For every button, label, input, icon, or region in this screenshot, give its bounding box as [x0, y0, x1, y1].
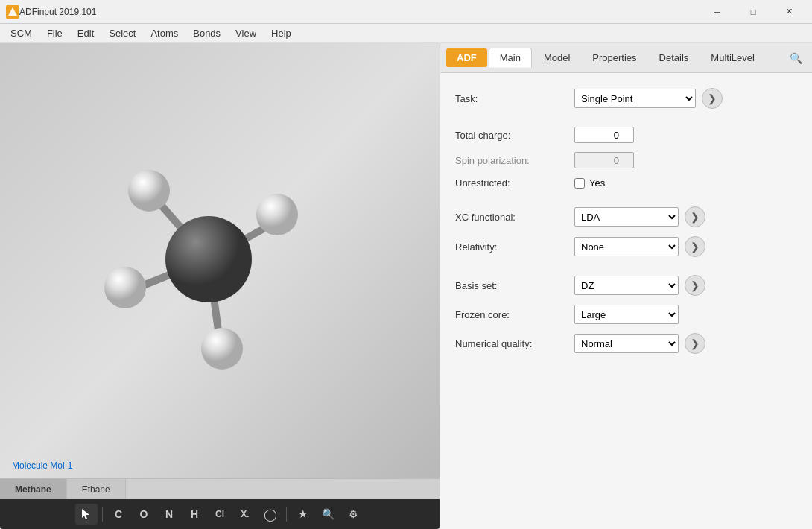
unrestricted-row: Unrestricted: Yes	[455, 177, 797, 189]
basis-set-dropdown-wrap: SZ DZ DZP TZP TZ2P QZ4P	[574, 276, 679, 295]
total-charge-input[interactable]	[574, 127, 634, 143]
basis-set-label: Basis set:	[455, 280, 574, 291]
maximize-button[interactable]: □	[736, 0, 770, 24]
carbon-button[interactable]: C	[107, 504, 130, 525]
toolbar-separator-1	[102, 507, 103, 522]
close-button[interactable]: ✕	[772, 0, 806, 24]
main-container: Molecule Mol-1 Methane Ethane C O N H Cl…	[0, 43, 812, 529]
unrestricted-checkbox-wrap: Yes	[574, 177, 605, 189]
tab-main[interactable]: Main	[489, 48, 532, 68]
unrestricted-label: Unrestricted:	[455, 177, 574, 189]
xc-dropdown-wrap: LDA GGA Hybrid MetaGGA LibXC	[574, 207, 679, 227]
cursor-tool-button[interactable]	[75, 504, 98, 525]
menu-scm[interactable]: SCM	[3, 25, 39, 41]
svg-point-8	[104, 267, 146, 308]
svg-point-7	[256, 194, 298, 235]
tab-methane[interactable]: Methane	[0, 479, 67, 499]
basis-set-select[interactable]: SZ DZ DZP TZP TZ2P QZ4P	[574, 276, 679, 295]
numerical-quality-row: Numerical quality: Basic Normal Good Ver…	[455, 333, 797, 354]
xc-functional-select[interactable]: LDA GGA Hybrid MetaGGA LibXC	[574, 207, 679, 227]
svg-point-6	[128, 170, 170, 212]
task-label: Task:	[455, 93, 574, 104]
settings-tool-button[interactable]: ⚙	[342, 504, 364, 525]
app-logo	[6, 5, 19, 19]
unrestricted-checkbox[interactable]	[574, 178, 585, 189]
ring-button[interactable]: ◯	[259, 504, 282, 525]
hydrogen-button[interactable]: H	[183, 504, 206, 525]
minimize-button[interactable]: ─	[700, 0, 735, 24]
task-row: Task: Single Point Geometry Optimization…	[455, 88, 797, 109]
menu-help[interactable]: Help	[264, 25, 299, 41]
nav-tabs: ADF Main Model Properties Details MultiL…	[440, 43, 812, 73]
svg-marker-0	[8, 7, 17, 16]
frozen-core-label: Frozen core:	[455, 309, 574, 320]
frozen-core-row: Frozen core: None Small Large	[455, 305, 797, 324]
basis-set-row: Basis set: SZ DZ DZP TZP TZ2P QZ4P ❯	[455, 275, 797, 296]
unrestricted-yes-label: Yes	[589, 177, 605, 189]
nitrogen-button[interactable]: N	[158, 504, 180, 525]
window-controls: ─ □ ✕	[700, 0, 806, 24]
total-charge-row: Total charge:	[455, 127, 797, 143]
relativity-row: Relativity: None Scalar Spin-orbit ❯	[455, 236, 797, 257]
xc-functional-row: XC functional: LDA GGA Hybrid MetaGGA Li…	[455, 206, 797, 227]
spin-polarization-label: Spin polarization:	[455, 155, 574, 166]
relativity-arrow-button[interactable]: ❯	[685, 236, 705, 257]
total-charge-label: Total charge:	[455, 130, 574, 141]
app-title: ADFinput 2019.101	[19, 7, 700, 17]
viewer-area[interactable]: Molecule Mol-1	[0, 43, 440, 478]
tab-adf[interactable]: ADF	[446, 48, 487, 67]
spin-polarization-input[interactable]	[574, 152, 634, 168]
frozen-core-select[interactable]: None Small Large	[574, 305, 679, 324]
svg-point-5	[165, 216, 252, 302]
task-arrow-button[interactable]: ❯	[702, 88, 723, 109]
menu-atoms[interactable]: Atoms	[143, 25, 185, 41]
molecule-label: Molecule Mol-1	[12, 460, 72, 471]
menu-edit[interactable]: Edit	[70, 25, 101, 41]
task-dropdown-wrap: Single Point Geometry Optimization Frequ…	[574, 89, 696, 108]
relativity-dropdown-wrap: None Scalar Spin-orbit	[574, 237, 679, 256]
divider-3	[455, 266, 797, 275]
menu-view[interactable]: View	[228, 25, 264, 41]
spin-polarization-row: Spin polarization:	[455, 152, 797, 168]
tab-ethane[interactable]: Ethane	[67, 479, 126, 499]
tab-details[interactable]: Details	[649, 48, 700, 67]
xc-functional-label: XC functional:	[455, 212, 574, 223]
menu-file[interactable]: File	[39, 25, 70, 41]
numerical-quality-label: Numerical quality:	[455, 338, 574, 349]
viewer-toolbar: C O N H Cl X. ◯ ★ 🔍 ⚙	[0, 499, 440, 529]
divider-1	[455, 118, 797, 127]
svg-marker-10	[82, 509, 89, 519]
numerical-quality-select[interactable]: Basic Normal Good VeryGood Excellent	[574, 334, 679, 353]
viewer-panel: Molecule Mol-1 Methane Ethane C O N H Cl…	[0, 43, 440, 529]
frozen-core-dropdown-wrap: None Small Large	[574, 305, 679, 324]
divider-2	[455, 197, 797, 206]
oxygen-button[interactable]: O	[133, 504, 155, 525]
right-content: Task: Single Point Geometry Optimization…	[440, 73, 812, 529]
menu-bonds[interactable]: Bonds	[185, 25, 228, 41]
relativity-label: Relativity:	[455, 241, 574, 253]
search-button[interactable]: 🔍	[785, 48, 806, 69]
menu-select[interactable]: Select	[101, 25, 143, 41]
xc-arrow-button[interactable]: ❯	[685, 206, 705, 227]
xdot-button[interactable]: X.	[234, 504, 256, 525]
numerical-quality-dropdown-wrap: Basic Normal Good VeryGood Excellent	[574, 334, 679, 353]
task-select[interactable]: Single Point Geometry Optimization Frequ…	[574, 89, 696, 108]
titlebar: ADFinput 2019.101 ─ □ ✕	[0, 0, 812, 24]
molecule-display	[74, 103, 343, 416]
svg-point-9	[201, 328, 243, 370]
right-panel: ADF Main Model Properties Details MultiL…	[440, 43, 812, 529]
chlorine-button[interactable]: Cl	[209, 504, 231, 525]
toolbar-separator-2	[286, 507, 287, 522]
tab-multilevel[interactable]: MultiLevel	[700, 48, 765, 67]
viewer-tabs: Methane Ethane	[0, 478, 440, 499]
basis-set-arrow-button[interactable]: ❯	[685, 275, 705, 296]
numerical-quality-arrow-button[interactable]: ❯	[685, 333, 705, 354]
star-button[interactable]: ★	[291, 504, 314, 525]
tab-properties[interactable]: Properties	[582, 48, 647, 67]
search-tool-button[interactable]: 🔍	[317, 504, 339, 525]
tab-model[interactable]: Model	[533, 48, 580, 67]
relativity-select[interactable]: None Scalar Spin-orbit	[574, 237, 679, 256]
menubar: SCM File Edit Select Atoms Bonds View He…	[0, 24, 812, 43]
